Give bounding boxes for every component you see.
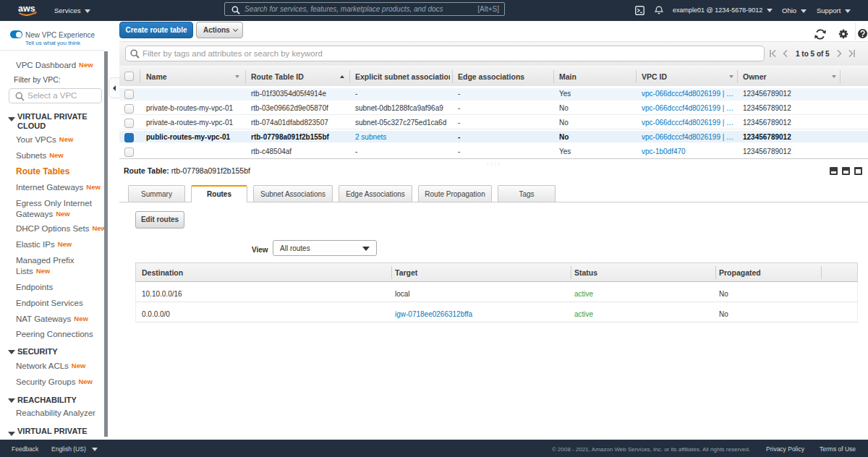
svg-text:1 to 5 of 5: 1 to 5 of 5 — [796, 50, 830, 58]
svg-text:aws: aws — [18, 4, 35, 14]
